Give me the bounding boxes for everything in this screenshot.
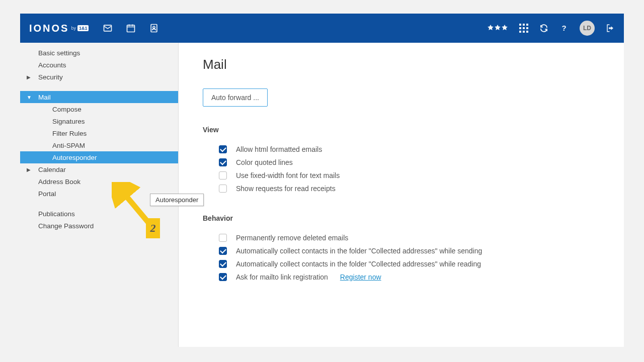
sidebar-item-label: Address Book [38, 178, 80, 186]
sidebar-item-mail[interactable]: ▼Mail [20, 91, 178, 103]
apps-grid-icon[interactable] [519, 24, 528, 33]
sidebar-item-label: Autoresponder [52, 154, 97, 161]
option-collect-sending: Automatically collect contacts in the fo… [203, 244, 604, 257]
option-label: Automatically collect contacts in the fo… [236, 260, 481, 268]
annotation-tooltip: Autoresponder [150, 194, 204, 206]
option-label: Automatically collect contacts in the fo… [236, 247, 482, 255]
contacts-icon[interactable] [149, 23, 159, 33]
option-mailto-registration: Ask for mailto link registration Registe… [203, 270, 604, 284]
brand-by: by [71, 26, 76, 31]
sidebar-item-security[interactable]: ▶Security [20, 71, 178, 83]
svg-rect-5 [523, 24, 525, 26]
checkbox[interactable] [219, 171, 227, 179]
checkbox[interactable] [219, 273, 227, 281]
topbar-left-icons [103, 23, 159, 33]
svg-rect-11 [523, 31, 525, 33]
option-fixed-width: Use fixed-width font for text mails [203, 169, 604, 182]
checkbox[interactable] [219, 260, 227, 268]
svg-text:?: ? [562, 24, 567, 32]
brand-logo[interactable]: IONOS by 1&1 [29, 23, 89, 34]
sidebar-item-accounts[interactable]: Accounts [20, 59, 178, 71]
sidebar-subitem-filter-rules[interactable]: Filter Rules [20, 127, 178, 139]
sidebar-item-label: Filter Rules [52, 130, 87, 137]
option-label: Ask for mailto link registration [236, 273, 328, 281]
sidebar-item-label: Security [38, 73, 63, 81]
checkbox[interactable] [219, 247, 227, 255]
option-label: Color quoted lines [236, 158, 293, 166]
caret-down-icon: ▼ [27, 95, 32, 100]
logout-icon[interactable] [606, 24, 615, 33]
stars-icon[interactable] [487, 24, 508, 32]
brand-name: IONOS [29, 23, 69, 34]
checkbox[interactable] [219, 234, 227, 242]
content-pane: Mail Auto forward ... View Allow html fo… [179, 43, 624, 347]
svg-rect-1 [127, 25, 135, 32]
svg-rect-7 [519, 27, 521, 29]
sidebar-item-calendar[interactable]: ▶Calendar [20, 163, 178, 175]
checkbox[interactable] [219, 185, 227, 193]
sidebar-subitem-autoresponder[interactable]: Autoresponder [20, 151, 178, 163]
svg-rect-12 [526, 31, 528, 33]
svg-point-3 [153, 26, 155, 28]
refresh-icon[interactable] [539, 24, 548, 33]
sidebar-item-label: Change Password [38, 222, 94, 230]
avatar[interactable]: LD [580, 21, 595, 36]
topbar: IONOS by 1&1 ? [20, 14, 624, 43]
sidebar-item-label: Accounts [38, 61, 66, 69]
sidebar-subitem-compose[interactable]: Compose [20, 103, 178, 115]
caret-right-icon: ▶ [27, 167, 31, 172]
topbar-right-icons: ? LD [487, 21, 615, 36]
sidebar-item-label: Mail [38, 94, 51, 101]
checkbox[interactable] [219, 158, 227, 166]
sidebar-item-basic-settings[interactable]: Basic settings [20, 47, 178, 59]
register-now-link[interactable]: Register now [340, 273, 381, 281]
sidebar-subitem-signatures[interactable]: Signatures [20, 115, 178, 127]
sidebar-item-label: Anti-SPAM [52, 142, 85, 149]
option-collect-reading: Automatically collect contacts in the fo… [203, 257, 604, 270]
mail-icon[interactable] [103, 23, 113, 33]
checkbox[interactable] [219, 145, 227, 153]
section-behavior-heading: Behavior [203, 214, 604, 222]
option-label: Show requests for read receipts [236, 185, 336, 193]
help-icon[interactable]: ? [559, 24, 569, 33]
svg-rect-6 [526, 24, 528, 26]
page-title: Mail [203, 57, 604, 72]
sidebar-item-label: Compose [52, 106, 82, 113]
option-color-quoted: Color quoted lines [203, 156, 604, 169]
sidebar-item-label: Basic settings [38, 49, 80, 57]
option-read-receipts: Show requests for read receipts [203, 182, 604, 195]
brand-tag: 1&1 [77, 25, 89, 31]
option-label: Permanently remove deleted emails [236, 234, 348, 242]
sidebar-item-label: Calendar [38, 166, 66, 173]
svg-rect-10 [519, 31, 521, 33]
caret-right-icon: ▶ [27, 74, 31, 80]
calendar-icon[interactable] [126, 23, 136, 33]
sidebar-item-label: Portal [38, 190, 56, 198]
section-view-heading: View [203, 126, 604, 134]
sidebar-item-label: Signatures [52, 118, 85, 125]
svg-rect-9 [526, 27, 528, 29]
svg-rect-8 [523, 27, 525, 29]
option-label: Allow html formatted emails [236, 145, 322, 153]
option-allow-html: Allow html formatted emails [203, 143, 604, 156]
annotation-step-badge: 2 [146, 218, 160, 238]
svg-rect-4 [519, 24, 521, 26]
sidebar-subitem-anti-spam[interactable]: Anti-SPAM [20, 139, 178, 151]
sidebar-item-label: Publications [38, 210, 75, 218]
auto-forward-button[interactable]: Auto forward ... [203, 88, 268, 107]
option-remove-deleted: Permanently remove deleted emails [203, 231, 604, 244]
option-label: Use fixed-width font for text mails [236, 171, 340, 179]
